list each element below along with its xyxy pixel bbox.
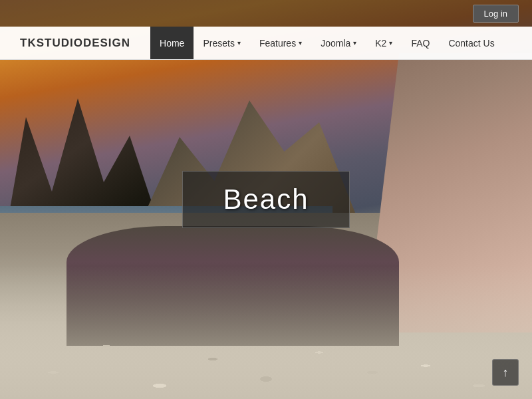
nav-item-contact[interactable]: Contact Us (439, 27, 503, 59)
login-button[interactable]: Log in (473, 5, 519, 23)
top-bar: Log in (0, 0, 532, 27)
pebbles (0, 266, 532, 399)
chevron-down-icon: ▾ (389, 39, 392, 47)
nav-menu: HomePresets▾Features▾Joomla▾K2▾FAQContac… (150, 27, 504, 59)
nav-item-joomla[interactable]: Joomla▾ (311, 27, 366, 59)
scroll-top-icon: ↑ (503, 366, 509, 380)
chevron-down-icon: ▾ (353, 39, 356, 47)
nav-item-features[interactable]: Features▾ (250, 27, 311, 59)
hero-title-box: Beach (182, 171, 349, 228)
nav-item-presets[interactable]: Presets▾ (194, 27, 249, 59)
scroll-top-button[interactable]: ↑ (492, 359, 519, 386)
nav-item-home[interactable]: Home (150, 27, 194, 59)
nav-item-faq[interactable]: FAQ (402, 27, 439, 59)
chevron-down-icon: ▾ (237, 39, 241, 47)
site-brand: TKSTUDIODESIGN (0, 37, 150, 50)
hero-title-wrapper: Beach (100, 171, 432, 228)
hero-title: Beach (223, 184, 309, 215)
chevron-down-icon: ▾ (299, 39, 302, 47)
nav-item-k2[interactable]: K2▾ (366, 27, 402, 59)
navbar: TKSTUDIODESIGN HomePresets▾Features▾Joom… (0, 27, 532, 60)
